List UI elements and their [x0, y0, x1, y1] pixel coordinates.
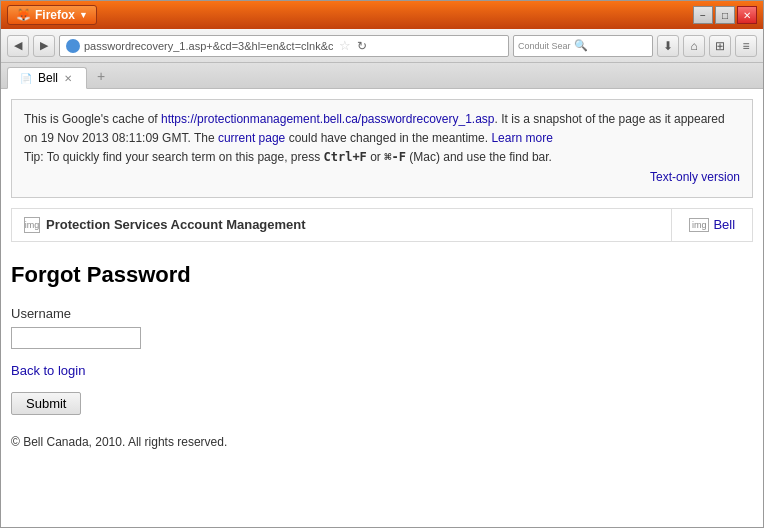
- learn-more-link[interactable]: Learn more: [491, 131, 552, 145]
- bell-link-label: Bell: [713, 217, 735, 232]
- site-header-left: img Protection Services Account Manageme…: [12, 209, 672, 241]
- restore-button[interactable]: □: [715, 6, 735, 24]
- back-button[interactable]: ◀: [7, 35, 29, 57]
- or-text: or: [367, 150, 384, 164]
- menu-button[interactable]: ≡: [735, 35, 757, 57]
- cache-intro-text: This is Google's cache of: [24, 112, 161, 126]
- cache-notice-box: This is Google's cache of https://protec…: [11, 99, 753, 198]
- cached-url-link[interactable]: https://protectionmanagement.bell.ca/pas…: [161, 112, 495, 126]
- address-bar[interactable]: passwordrecovery_1.asp+&cd=3&hl=en&ct=cl…: [59, 35, 509, 57]
- new-tab-button[interactable]: +: [91, 66, 111, 86]
- window-controls: − □ ✕: [693, 6, 757, 24]
- firefox-brand: 🦊 Firefox ▼: [7, 5, 97, 25]
- minimize-button[interactable]: −: [693, 6, 713, 24]
- site-header-right: img Bell: [672, 209, 752, 241]
- tip-end-text: (Mac) and use the find bar.: [406, 150, 552, 164]
- tools-button[interactable]: ⊞: [709, 35, 731, 57]
- tab-close-icon[interactable]: ✕: [64, 73, 72, 84]
- cmd-f-shortcut: ⌘-F: [384, 150, 406, 164]
- bell-favicon-icon: img: [689, 218, 710, 232]
- firefox-logo-icon: 🦊: [16, 8, 31, 22]
- refresh-icon[interactable]: ↻: [357, 39, 367, 53]
- dropdown-arrow-icon[interactable]: ▼: [79, 10, 88, 20]
- home-button[interactable]: ⌂: [683, 35, 705, 57]
- forward-button[interactable]: ▶: [33, 35, 55, 57]
- search-provider-label: Conduit Sear: [518, 41, 571, 51]
- page-content: This is Google's cache of https://protec…: [1, 89, 763, 527]
- search-bar[interactable]: Conduit Sear 🔍: [513, 35, 653, 57]
- close-button[interactable]: ✕: [737, 6, 757, 24]
- username-input[interactable]: [11, 327, 141, 349]
- site-title: Protection Services Account Management: [46, 217, 306, 232]
- main-content: Forgot Password Username Back to login S…: [11, 258, 753, 453]
- back-to-login-link[interactable]: Back to login: [11, 363, 753, 378]
- ctrl-f-shortcut: Ctrl+F: [323, 150, 366, 164]
- title-bar: 🦊 Firefox ▼ − □ ✕: [1, 1, 763, 29]
- site-header: img Protection Services Account Manageme…: [11, 208, 753, 242]
- search-icon: 🔍: [574, 39, 588, 52]
- bookmark-star-icon[interactable]: ☆: [337, 38, 353, 53]
- current-page-link[interactable]: current page: [218, 131, 285, 145]
- site-favicon-icon: img: [24, 217, 40, 233]
- page-title: Forgot Password: [11, 262, 753, 288]
- footer-text: © Bell Canada, 2010. All rights reserved…: [11, 435, 753, 449]
- submit-button[interactable]: Submit: [11, 392, 81, 415]
- tab-favicon-icon: 📄: [20, 73, 32, 84]
- address-text: passwordrecovery_1.asp+&cd=3&hl=en&ct=cl…: [84, 40, 333, 52]
- tab-bar: 📄 Bell ✕ +: [1, 63, 763, 89]
- tab-bell[interactable]: 📄 Bell ✕: [7, 67, 87, 89]
- browser-window: 🦊 Firefox ▼ − □ ✕ ◀ ▶ passwordrecovery_1…: [0, 0, 764, 528]
- cache-tip-text: Tip: To quickly find your search term on…: [24, 150, 323, 164]
- username-label: Username: [11, 306, 753, 321]
- navigation-bar: ◀ ▶ passwordrecovery_1.asp+&cd=3&hl=en&c…: [1, 29, 763, 63]
- text-only-link[interactable]: Text-only version: [24, 168, 740, 187]
- page-icon: [66, 39, 80, 53]
- download-button[interactable]: ⬇: [657, 35, 679, 57]
- brand-label: Firefox: [35, 8, 75, 22]
- cache-mid2-text: could have changed in the meantime.: [285, 131, 491, 145]
- tab-label: Bell: [38, 71, 58, 85]
- bell-logo-link[interactable]: img Bell: [689, 217, 735, 232]
